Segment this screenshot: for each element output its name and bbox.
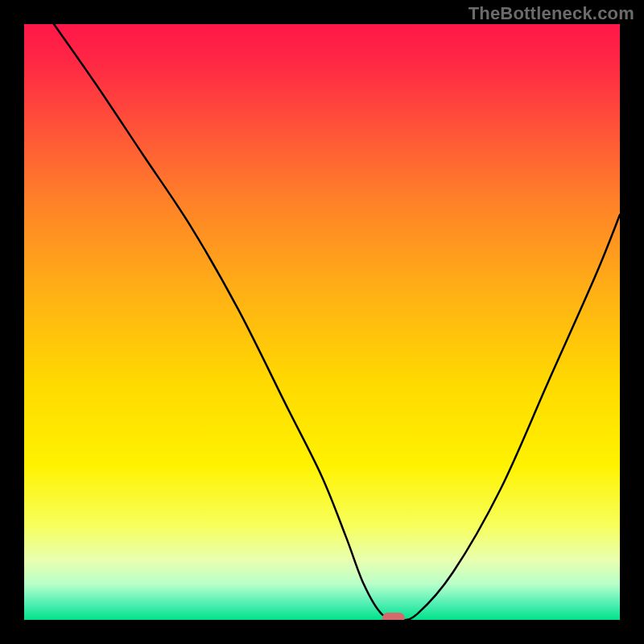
chart-frame: TheBottleneck.com: [0, 0, 644, 644]
optimal-marker: [382, 613, 405, 620]
plot-area: [24, 24, 620, 620]
watermark-text: TheBottleneck.com: [469, 3, 634, 24]
bottleneck-chart: [24, 24, 620, 620]
gradient-background: [24, 24, 620, 620]
